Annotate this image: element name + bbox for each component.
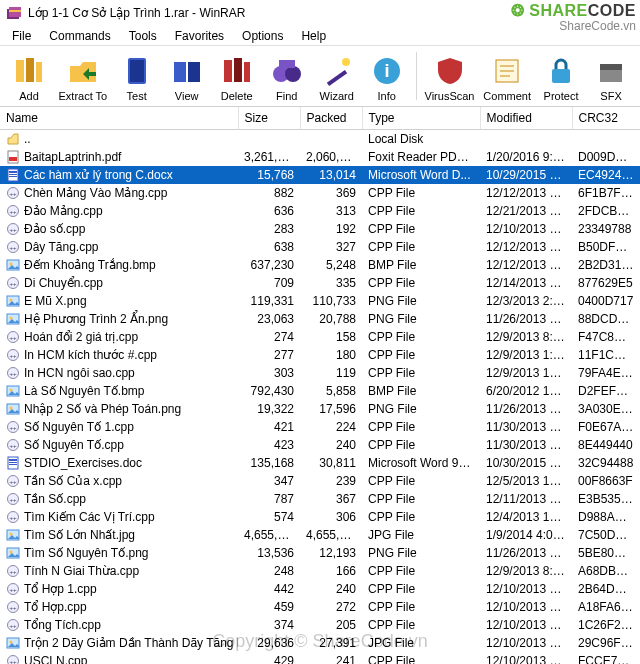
svg-text:++: ++ [9,604,17,610]
toolbar-add-button[interactable]: Add [4,52,54,104]
table-row[interactable]: ++Tổ Hợp.cpp459272CPP File12/10/2013 1:2… [0,598,640,616]
table-row[interactable]: ++Tần Số.cpp787367CPP File12/11/2013 11:… [0,490,640,508]
column-header-modified[interactable]: Modified [480,107,572,130]
file-packed: 369 [300,184,362,202]
toolbar-test-button[interactable]: Test [112,52,162,104]
column-header-size[interactable]: Size [238,107,300,130]
column-header-type[interactable]: Type [362,107,480,130]
table-row[interactable]: ++Tổng Tích.cpp374205CPP File12/10/2013 … [0,616,640,634]
column-header-packed[interactable]: Packed [300,107,362,130]
table-row[interactable]: ++Hoán đổi 2 giá trị.cpp274158CPP File12… [0,328,640,346]
table-row[interactable]: STDIO_Exercises.doc135,16830,811Microsof… [0,454,640,472]
table-row[interactable]: ++Số Nguyên Tố.cpp423240CPP File11/30/20… [0,436,640,454]
toolbar-find-button[interactable]: Find [262,52,312,104]
menu-options[interactable]: Options [234,27,291,45]
table-row[interactable]: Trộn 2 Dãy Giảm Dần Thành Dãy Tăng Dần.j… [0,634,640,652]
file-packed: 240 [300,436,362,454]
table-row[interactable]: ++Chèn Mảng Vào Mảng.cpp882369CPP File12… [0,184,640,202]
toolbar-wizard-button[interactable]: Wizard [312,52,362,104]
toolbar-info-button[interactable]: iInfo [362,52,412,104]
column-header-name[interactable]: Name [0,107,238,130]
table-row[interactable]: Hệ Phương Trình 2 Ẩn.png23,06320,788PNG … [0,310,640,328]
table-row[interactable]: ++Di Chuyển.cpp709335CPP File12/14/2013 … [0,274,640,292]
toolbar-virus-button[interactable]: VirusScan [421,52,479,104]
file-type: BMP File [362,382,480,400]
table-row[interactable]: ++Tổ Hợp 1.cpp442240CPP File12/10/2013 1… [0,580,640,598]
toolbar-label: Protect [544,90,579,102]
svg-text:++: ++ [9,226,17,232]
file-modified: 11/26/2013 2:1... [480,544,572,562]
table-row[interactable]: ++Tần Số Của x.cpp347239CPP File12/5/201… [0,472,640,490]
svg-rect-26 [9,157,17,161]
table-row[interactable]: BaitapLaptrinh.pdf3,261,0762,060,702Foxi… [0,148,640,166]
img-file-icon [6,528,20,542]
toolbar-comment-button[interactable]: Comment [478,52,536,104]
menu-tools[interactable]: Tools [121,27,165,45]
file-name: Tần Số.cpp [24,492,86,506]
toolbar-view-button[interactable]: View [162,52,212,104]
test-icon [120,54,154,88]
table-row[interactable]: ++Đảo số.cpp283192CPP File12/10/2013 12:… [0,220,640,238]
file-modified: 12/14/2013 12:... [480,274,572,292]
file-crc: F0E67A11 [572,418,640,436]
table-row[interactable]: ++Tìm Kiếm Các Vị Trí.cpp574306CPP File1… [0,508,640,526]
table-row[interactable]: ++In HCN ngôi sao.cpp303119CPP File12/9/… [0,364,640,382]
svg-text:++: ++ [9,424,17,430]
menu-commands[interactable]: Commands [41,27,118,45]
file-crc: 88DCDF9B [572,310,640,328]
cpp-file-icon: ++ [6,186,20,200]
svg-rect-3 [16,60,24,82]
toolbar-sfx-button[interactable]: SFX [586,52,636,104]
file-name: Tổ Hợp 1.cpp [24,582,97,596]
file-size: 13,536 [238,544,300,562]
window-title: Lớp 1-1 Cơ Sở Lập Trình 1.rar - WinRAR [28,6,245,20]
table-row[interactable]: ++In HCM kích thước #.cpp277180CPP File1… [0,346,640,364]
file-size: 15,768 [238,166,300,184]
file-size: 277 [238,346,300,364]
file-name: Số Nguyên Tố.cpp [24,438,124,452]
file-name: Đảo Mảng.cpp [24,204,103,218]
toolbar-label: Add [19,90,39,102]
menu-favorites[interactable]: Favorites [167,27,232,45]
file-type: CPP File [362,436,480,454]
sfx-icon [594,54,628,88]
column-header-crc32[interactable]: CRC32 [572,107,640,130]
table-row[interactable]: Nhập 2 Số và Phép Toán.png19,32217,596PN… [0,400,640,418]
table-row[interactable]: E Mũ X.png119,331110,733PNG File12/3/201… [0,292,640,310]
table-row[interactable]: ++Tính N Giai Thừa.cpp248166CPP File12/9… [0,562,640,580]
file-name: Các hàm xử lý trong C.docx [24,168,173,182]
svg-text:++: ++ [9,478,17,484]
parent-folder-row[interactable]: ..Local Disk [0,130,640,148]
table-row[interactable]: Tìm Số Lớn Nhất.jpg4,655,4564,655,456JPG… [0,526,640,544]
file-crc: 7C50DA45 [572,526,640,544]
toolbar-protect-button[interactable]: Protect [536,52,586,104]
file-packed: 158 [300,328,362,346]
file-size: 429 [238,652,300,665]
svg-text:++: ++ [9,568,17,574]
virus-icon [433,54,467,88]
table-row[interactable]: ++Dây Tăng.cpp638327CPP File12/12/2013 1… [0,238,640,256]
file-packed: 5,248 [300,256,362,274]
file-type: CPP File [362,418,480,436]
svg-rect-29 [9,174,17,175]
table-row[interactable]: ++Số Nguyên Tố 1.cpp421224CPP File11/30/… [0,418,640,436]
table-row[interactable]: ++USCLN.cpp429241CPP File12/10/2013 12:.… [0,652,640,665]
file-type: CPP File [362,580,480,598]
file-crc: 29C96F86 [572,634,640,652]
menu-file[interactable]: File [4,27,39,45]
file-size: 421 [238,418,300,436]
svg-point-12 [285,66,301,82]
table-row[interactable]: ++Đảo Mảng.cpp636313CPP File12/21/2013 1… [0,202,640,220]
file-list[interactable]: NameSizePackedTypeModifiedCRC32 ..Local … [0,107,640,664]
table-row[interactable]: Các hàm xử lý trong C.docx15,76813,014Mi… [0,166,640,184]
table-row[interactable]: Tìm Số Nguyên Tố.png13,53612,193PNG File… [0,544,640,562]
file-size: 792,430 [238,382,300,400]
file-modified: 11/26/2013 2:4... [480,400,572,418]
menu-help[interactable]: Help [293,27,334,45]
file-crc: 8E449440 [572,436,640,454]
toolbar-delete-button[interactable]: Delete [212,52,262,104]
file-name: E Mũ X.png [24,294,87,308]
toolbar-extract-button[interactable]: Extract To [54,52,112,104]
table-row[interactable]: Đếm Khoảng Trắng.bmp637,2305,248BMP File… [0,256,640,274]
table-row[interactable]: Là Số Nguyên Tố.bmp792,4305,858BMP File6… [0,382,640,400]
